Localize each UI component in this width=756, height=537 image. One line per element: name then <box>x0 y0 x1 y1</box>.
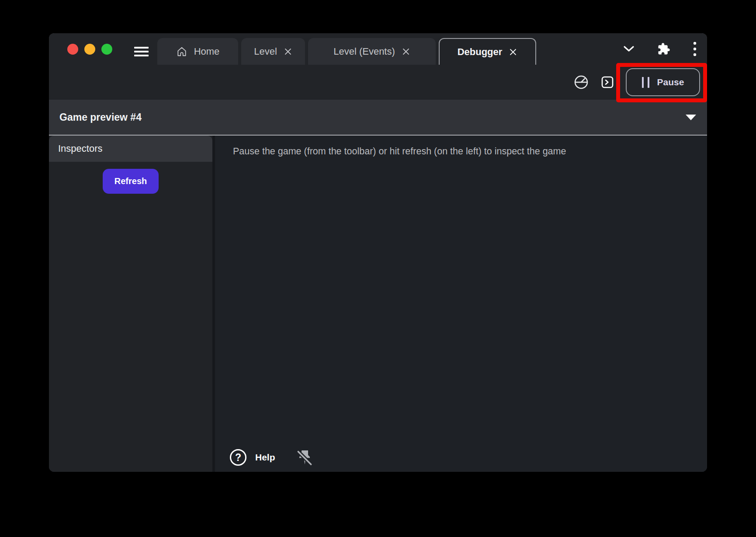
zoom-window-button[interactable] <box>101 44 112 55</box>
hamburger-menu-icon[interactable] <box>134 47 149 56</box>
tab-bar: Home Level Level (Events) <box>49 33 707 65</box>
home-icon <box>176 46 187 57</box>
profiler-gauge-icon[interactable] <box>573 74 589 90</box>
help-icon[interactable]: ? <box>230 449 246 466</box>
close-icon[interactable] <box>509 48 517 56</box>
tab-debugger[interactable]: Debugger <box>439 38 536 65</box>
tab-home[interactable]: Home <box>157 38 238 65</box>
tab-label: Debugger <box>458 46 503 58</box>
help-row: ? Help <box>230 449 313 466</box>
minimize-window-button[interactable] <box>84 44 95 55</box>
console-icon[interactable] <box>600 75 614 89</box>
tab-level-events[interactable]: Level (Events) <box>308 38 436 65</box>
unpin-icon[interactable] <box>296 449 313 466</box>
kebab-menu-icon[interactable] <box>693 41 697 57</box>
inspectors-sidebar: Inspectors Refresh <box>49 136 212 472</box>
close-icon[interactable] <box>284 47 292 56</box>
empty-state-message: Pause the game (from the toolbar) or hit… <box>233 146 566 157</box>
close-icon[interactable] <box>402 47 410 56</box>
inspectors-header: Inspectors <box>49 136 212 162</box>
debugger-toolbar: Pause <box>49 65 707 100</box>
game-preview-selector[interactable]: Game preview #4 <box>49 100 707 135</box>
pause-bars-icon <box>642 77 649 88</box>
debugger-content: Inspectors Refresh Pause the game (from … <box>49 136 707 472</box>
tab-label: Level (Events) <box>333 46 395 57</box>
refresh-button[interactable]: Refresh <box>103 169 159 194</box>
tab-label: Level <box>254 46 277 57</box>
tab-level[interactable]: Level <box>241 38 305 65</box>
caret-down-icon[interactable] <box>686 115 696 120</box>
help-label[interactable]: Help <box>255 452 275 463</box>
extensions-puzzle-icon[interactable] <box>657 42 670 56</box>
traffic-lights <box>67 44 112 55</box>
app-window: Home Level Level (Events) <box>49 33 707 472</box>
pause-button-label: Pause <box>657 77 684 87</box>
inspector-main-panel: Pause the game (from the toolbar) or hit… <box>215 136 707 472</box>
close-window-button[interactable] <box>67 44 78 55</box>
tab-label: Home <box>194 46 220 57</box>
pause-button[interactable]: Pause <box>626 68 700 96</box>
titlebar-actions <box>623 33 697 65</box>
desktop-background: Home Level Level (Events) <box>0 0 756 537</box>
tab-strip: Home Level Level (Events) <box>157 38 536 65</box>
game-preview-title: Game preview #4 <box>59 112 142 123</box>
inspectors-title: Inspectors <box>58 143 103 154</box>
chevron-down-icon[interactable] <box>623 45 635 52</box>
